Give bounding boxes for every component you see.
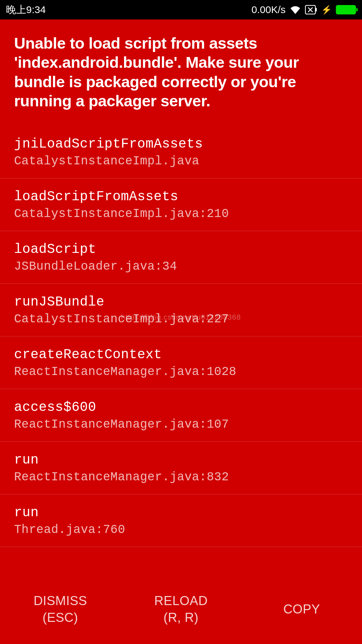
stack-location: ReactInstanceManager.java:1028 — [14, 365, 348, 379]
stack-method: jniLoadScriptFromAssets — [14, 137, 348, 152]
dismiss-button[interactable]: DISMISS (ESC) — [0, 593, 121, 626]
action-bar: DISMISS (ESC) RELOAD (R, R) COPY — [0, 579, 362, 644]
copy-label: COPY — [283, 601, 320, 618]
stack-method: loadScriptFromAssets — [14, 189, 348, 204]
stack-frame[interactable]: createReactContext ReactInstanceManager.… — [0, 336, 362, 389]
reload-button[interactable]: RELOAD (R, R) — [121, 593, 241, 626]
stack-location: CatalystInstanceImpl.java:227 — [14, 312, 348, 326]
stack-frame[interactable]: loadScript JSBundleLoader.java:34 — [0, 231, 362, 284]
stack-method: run — [14, 505, 348, 520]
dismiss-label: DISMISS — [34, 593, 87, 609]
error-title: Unable to load script from assets 'index… — [14, 34, 348, 110]
clock-text: 晚上9:34 — [6, 3, 46, 17]
stack-location: ReactInstanceManager.java:107 — [14, 418, 348, 431]
stack-method: loadScript — [14, 242, 348, 257]
stack-frame[interactable]: runJSBundle CatalystInstanceImpl.java:22… — [0, 284, 362, 336]
status-time: 晚上9:34 — [6, 3, 46, 17]
stack-frame[interactable]: jniLoadScriptFromAssets CatalystInstance… — [0, 122, 362, 178]
status-indicators: 0.00K/s ⚡ — [251, 4, 356, 15]
reload-label: RELOAD — [154, 593, 207, 609]
stack-location: Thread.java:760 — [14, 523, 348, 537]
wifi-icon — [290, 5, 301, 14]
stack-frame[interactable]: loadScriptFromAssets CatalystInstanceImp… — [0, 178, 362, 231]
stack-frame[interactable]: run Thread.java:760 — [0, 494, 362, 547]
stack-trace-list[interactable]: jniLoadScriptFromAssets CatalystInstance… — [0, 122, 362, 579]
stack-method: createReactContext — [14, 347, 348, 362]
copy-button[interactable]: COPY — [241, 601, 362, 618]
stack-location: JSBundleLoader.java:34 — [14, 260, 348, 273]
status-bar: 晚上9:34 0.00K/s ⚡ — [0, 0, 362, 19]
svg-rect-1 — [316, 8, 317, 11]
stack-location: CatalystInstanceImpl.java — [14, 154, 348, 168]
dismiss-shortcut: (ESC) — [43, 609, 78, 626]
charging-icon: ⚡ — [321, 5, 332, 15]
battery-icon — [336, 5, 356, 14]
error-header: Unable to load script from assets 'index… — [0, 19, 362, 122]
stack-location: CatalystInstanceImpl.java:210 — [14, 207, 348, 221]
stack-frame[interactable]: run ReactInstanceManager.java:832 — [0, 442, 362, 494]
stack-method: run — [14, 452, 348, 468]
reload-shortcut: (R, R) — [164, 609, 198, 626]
battery-alert-icon — [305, 5, 317, 14]
network-speed: 0.00K/s — [251, 4, 286, 15]
stack-method: access$600 — [14, 400, 348, 415]
stack-frame[interactable]: access$600 ReactInstanceManager.java:107 — [0, 389, 362, 442]
stack-location: ReactInstanceManager.java:832 — [14, 470, 348, 484]
stack-method: runJSBundle — [14, 294, 348, 310]
